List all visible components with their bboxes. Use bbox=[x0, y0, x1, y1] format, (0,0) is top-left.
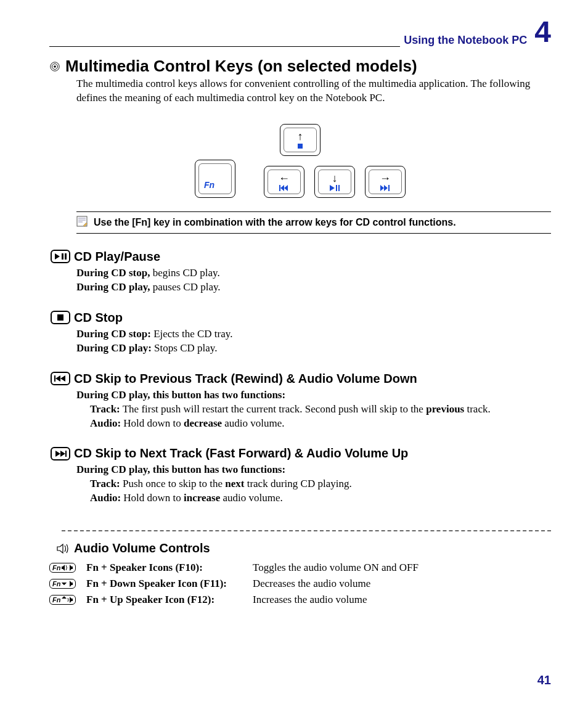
text: Audio: bbox=[90, 492, 121, 504]
skip-forward-key-icon bbox=[49, 447, 70, 460]
play-pause-key-icon bbox=[49, 250, 70, 263]
text: begins CD play. bbox=[150, 267, 220, 279]
svg-marker-31 bbox=[62, 596, 67, 599]
svg-marker-6 bbox=[280, 185, 284, 191]
svg-marker-26 bbox=[62, 565, 65, 571]
stop-definition: During CD stop: Ejects the CD tray. Duri… bbox=[76, 327, 551, 356]
svg-rect-24 bbox=[65, 451, 67, 457]
svg-rect-10 bbox=[338, 185, 340, 191]
text: track during CD playing. bbox=[244, 478, 351, 489]
subsection-next: CD Skip to Next Track (Fast Forward) & A… bbox=[49, 446, 551, 505]
svg-marker-30 bbox=[70, 581, 73, 587]
text: audio volume. bbox=[220, 492, 283, 504]
text: During CD play: bbox=[76, 342, 152, 354]
fn-speaker-up-icon: Fn bbox=[49, 595, 86, 605]
subsection-next-title: CD Skip to Next Track (Fast Forward) & A… bbox=[74, 446, 408, 460]
svg-rect-13 bbox=[388, 185, 390, 191]
svg-rect-3 bbox=[298, 144, 303, 149]
volume-row-down: Fn Fn + Down Speaker Icon (F11): Decreas… bbox=[49, 578, 551, 590]
section-bullet-icon bbox=[49, 61, 60, 72]
skip-back-icon bbox=[279, 185, 289, 191]
text: audio volume. bbox=[222, 417, 285, 429]
text: Ejects the CD tray. bbox=[151, 328, 233, 340]
chapter-title-text: Using the Notebook PC bbox=[404, 34, 527, 47]
text: next bbox=[225, 478, 244, 489]
text: decrease bbox=[184, 417, 222, 429]
svg-marker-7 bbox=[284, 185, 288, 191]
page-number: 41 bbox=[537, 673, 551, 687]
vol-desc: Toggles the audio volume ON and OFF bbox=[253, 562, 419, 574]
svg-marker-15 bbox=[55, 253, 60, 260]
skip-forward-icon bbox=[380, 185, 390, 191]
text: previous bbox=[426, 403, 464, 415]
text: Track: bbox=[90, 403, 120, 415]
text: The first push will restart the current … bbox=[120, 403, 426, 415]
text: During CD play, bbox=[76, 281, 150, 293]
header-rule: Using the Notebook PC 4 bbox=[49, 46, 551, 47]
chapter-number: 4 bbox=[534, 17, 551, 47]
vol-desc: Increases the audio volume bbox=[253, 594, 367, 606]
fn-label: Fn bbox=[204, 180, 214, 190]
arrow-up-icon: ↑ bbox=[298, 131, 303, 142]
text: Hold down to bbox=[121, 417, 184, 429]
svg-marker-20 bbox=[55, 375, 60, 382]
svg-marker-23 bbox=[60, 451, 65, 457]
svg-rect-17 bbox=[65, 253, 67, 260]
svg-rect-18 bbox=[57, 314, 63, 321]
text: increase bbox=[184, 492, 220, 504]
stop-key-icon bbox=[49, 311, 70, 324]
svg-marker-11 bbox=[380, 185, 384, 191]
document-page: Using the Notebook PC 4 Multimedia Contr… bbox=[0, 0, 588, 712]
svg-marker-12 bbox=[384, 185, 388, 191]
svg-point-2 bbox=[54, 65, 56, 68]
arrow-left-icon: ← bbox=[279, 173, 290, 184]
volume-row-toggle: Fn Fn + Speaker Icons (F10): Toggles the… bbox=[49, 562, 551, 574]
section-title: Multimedia Control Keys (on selected mod… bbox=[65, 57, 417, 76]
subsection-play: CD Play/Pause During CD stop, begins CD … bbox=[49, 250, 551, 295]
text: Hold down to bbox=[121, 492, 184, 504]
text: Push once to skip to the bbox=[120, 478, 225, 489]
svg-marker-22 bbox=[55, 451, 60, 457]
dashed-divider bbox=[62, 530, 551, 531]
subsection-prev-title: CD Skip to Previous Track (Rewind) & Aud… bbox=[74, 372, 417, 386]
note-callout: Use the [Fn] key in combination with the… bbox=[76, 211, 551, 234]
text: Stops CD play. bbox=[152, 342, 218, 354]
svg-rect-4 bbox=[279, 185, 280, 191]
chapter-header: Using the Notebook PC 4 bbox=[400, 17, 551, 47]
vol-label: Fn + Speaker Icons (F10): bbox=[86, 562, 253, 574]
arrow-left-key: ← bbox=[264, 166, 304, 198]
vol-label: Fn + Up Speaker Icon (F12): bbox=[86, 594, 253, 606]
arrow-down-icon: ↓ bbox=[332, 173, 338, 184]
text: pauses CD play. bbox=[150, 281, 221, 293]
subsection-audio-controls: Audio Volume Controls Fn Fn + Speaker Ic… bbox=[49, 541, 551, 606]
next-definition: During CD play, this button has two func… bbox=[76, 463, 551, 505]
fn-key: Fn bbox=[195, 160, 235, 198]
audio-controls-title: Audio Volume Controls bbox=[74, 541, 210, 555]
text: During CD stop: bbox=[76, 328, 151, 340]
svg-rect-19 bbox=[54, 375, 55, 382]
subsection-play-title: CD Play/Pause bbox=[74, 250, 160, 264]
svg-marker-21 bbox=[60, 375, 65, 382]
prev-definition: During CD play, this button has two func… bbox=[76, 388, 551, 431]
subsection-stop-title: CD Stop bbox=[74, 311, 123, 325]
subsection-prev: CD Skip to Previous Track (Rewind) & Aud… bbox=[49, 372, 551, 431]
arrow-right-icon: → bbox=[380, 173, 391, 184]
svg-marker-25 bbox=[57, 544, 63, 553]
text: track. bbox=[464, 403, 490, 415]
skip-back-key-icon bbox=[49, 372, 70, 385]
volume-row-up: Fn Fn + Up Speaker Icon (F12): Increases… bbox=[49, 594, 551, 606]
arrow-up-key: ↑ bbox=[280, 124, 321, 156]
text: During CD stop, bbox=[76, 267, 150, 279]
stop-icon bbox=[297, 143, 303, 149]
svg-marker-32 bbox=[70, 597, 73, 603]
text: Audio: bbox=[90, 417, 121, 429]
svg-marker-8 bbox=[330, 185, 335, 191]
play-pause-icon bbox=[330, 185, 340, 191]
svg-marker-27 bbox=[70, 565, 73, 571]
subsection-stop: CD Stop During CD stop: Ejects the CD tr… bbox=[49, 311, 551, 356]
arrow-right-key: → bbox=[365, 166, 406, 198]
play-definition: During CD stop, begins CD play. During C… bbox=[76, 266, 551, 295]
vol-desc: Decreases the audio volume bbox=[253, 578, 370, 590]
arrow-down-key: ↓ bbox=[314, 166, 355, 198]
svg-rect-16 bbox=[62, 253, 63, 260]
